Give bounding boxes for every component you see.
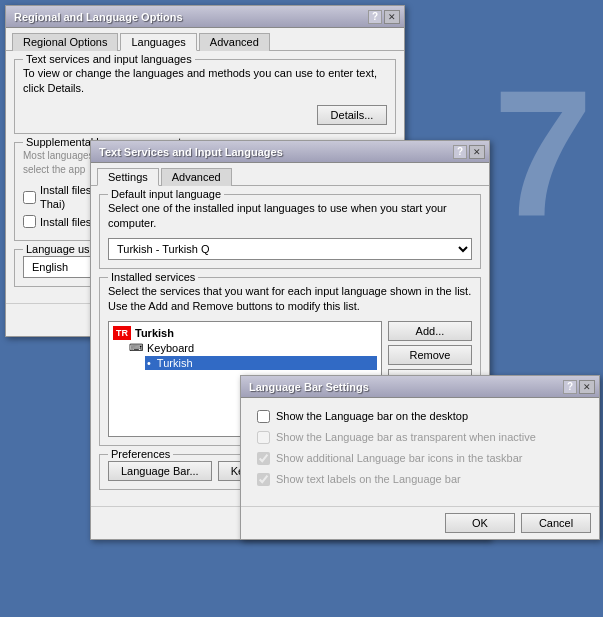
add-button[interactable]: Add...	[388, 321, 472, 341]
installed-services-desc: Select the services that you want for ea…	[108, 284, 472, 315]
langbar-taskbar-icons-checkbox[interactable]	[257, 452, 270, 465]
tab-advanced[interactable]: Advanced	[199, 33, 270, 51]
install-complex-checkbox[interactable]	[23, 191, 36, 204]
langbar-close-button[interactable]: ✕	[579, 380, 595, 394]
langbar-cancel-button[interactable]: Cancel	[521, 513, 591, 533]
turkish-q-label: Turkish	[157, 357, 193, 369]
text-services-label: Text services and input languages	[23, 53, 195, 65]
regional-title-buttons: ? ✕	[368, 10, 400, 24]
turkish-label: Turkish	[135, 327, 174, 339]
win7-decoration: 7	[493, 50, 593, 257]
langbar-ok-button[interactable]: OK	[445, 513, 515, 533]
langbar-title-bar: Language Bar Settings ? ✕	[241, 376, 599, 398]
tab-settings[interactable]: Settings	[97, 168, 159, 186]
langbar-cb2-label: Show the Language bar as transparent whe…	[276, 431, 536, 443]
turkish-q-item[interactable]: • Turkish	[145, 356, 377, 370]
default-input-label: Default input language	[108, 188, 224, 200]
tr-flag-icon: TR	[113, 326, 131, 340]
langbar-content: Show the Language bar on the desktop Sho…	[241, 398, 599, 506]
installed-services-label: Installed services	[108, 271, 198, 283]
turkish-header: TR Turkish	[113, 326, 377, 340]
langbar-title-text: Language Bar Settings	[245, 381, 563, 393]
langbar-text-labels-checkbox[interactable]	[257, 473, 270, 486]
text-services-desc: To view or change the languages and meth…	[23, 66, 387, 97]
bullet-icon: •	[147, 357, 151, 369]
keyboard-icon: ⌨	[129, 342, 143, 353]
langbar-cb1-label: Show the Language bar on the desktop	[276, 410, 468, 422]
text-services-group: Text services and input languages To vie…	[14, 59, 396, 134]
tab-ts-advanced[interactable]: Advanced	[161, 168, 232, 186]
install-east-asian-checkbox[interactable]	[23, 215, 36, 228]
language-bar-settings-window: Language Bar Settings ? ✕ Show the Langu…	[240, 375, 600, 540]
regional-close-button[interactable]: ✕	[384, 10, 400, 24]
textservices-close-button[interactable]: ✕	[469, 145, 485, 159]
langbar-show-desktop-checkbox[interactable]	[257, 410, 270, 423]
remove-button[interactable]: Remove	[388, 345, 472, 365]
default-input-group: Default input language Select one of the…	[99, 194, 481, 269]
textservices-tab-bar: Settings Advanced	[91, 163, 489, 186]
langbar-cb3-row: Show additional Language bar icons in th…	[257, 452, 583, 465]
regional-tab-bar: Regional Options Languages Advanced	[6, 28, 404, 51]
langbar-title-buttons: ? ✕	[563, 380, 595, 394]
keyboard-label: Keyboard	[147, 342, 194, 354]
textservices-title-buttons: ? ✕	[453, 145, 485, 159]
langbar-help-button[interactable]: ?	[563, 380, 577, 394]
langbar-cb4-label: Show text labels on the Language bar	[276, 473, 461, 485]
langbar-cb3-label: Show additional Language bar icons in th…	[276, 452, 522, 464]
tab-regional-options[interactable]: Regional Options	[12, 33, 118, 51]
langbar-transparent-checkbox[interactable]	[257, 431, 270, 444]
textservices-help-button[interactable]: ?	[453, 145, 467, 159]
lang-bar-button[interactable]: Language Bar...	[108, 461, 212, 481]
regional-help-button[interactable]: ?	[368, 10, 382, 24]
tab-languages[interactable]: Languages	[120, 33, 196, 51]
langbar-bottom-buttons: OK Cancel	[241, 506, 599, 539]
regional-title-bar: Regional and Language Options ? ✕	[6, 6, 404, 28]
textservices-title-bar: Text Services and Input Languages ? ✕	[91, 141, 489, 163]
langbar-cb4-row: Show text labels on the Language bar	[257, 473, 583, 486]
details-button[interactable]: Details...	[317, 105, 387, 125]
regional-title-text: Regional and Language Options	[10, 11, 368, 23]
textservices-title-text: Text Services and Input Languages	[95, 146, 453, 158]
default-input-desc: Select one of the installed input langua…	[108, 201, 472, 232]
default-input-select[interactable]: Turkish - Turkish Q	[108, 238, 472, 260]
langbar-cb2-row: Show the Language bar as transparent whe…	[257, 431, 583, 444]
keyboard-sub: ⌨ Keyboard	[129, 342, 377, 354]
preferences-label: Preferences	[108, 448, 173, 460]
langbar-cb1-row: Show the Language bar on the desktop	[257, 410, 583, 423]
